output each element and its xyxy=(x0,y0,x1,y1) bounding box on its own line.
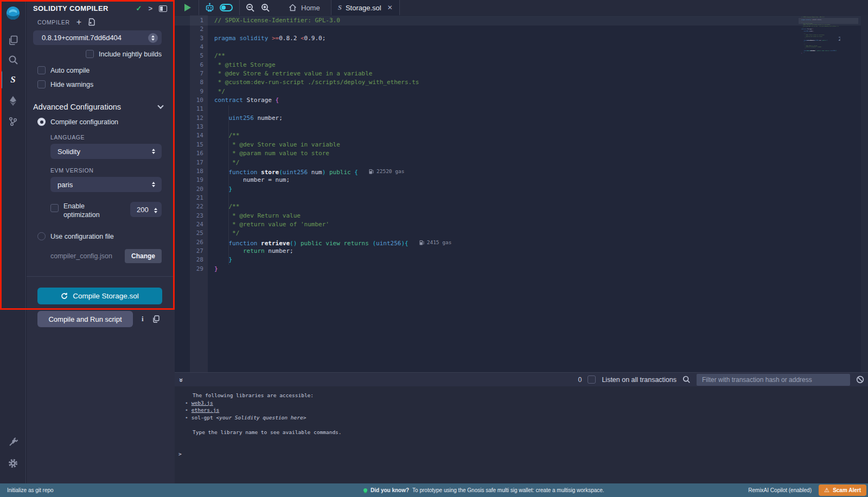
evm-version-select[interactable]: paris xyxy=(50,177,162,192)
code-line: 11 xyxy=(175,105,868,113)
editor-scrollbar[interactable] xyxy=(861,15,868,387)
code-token: 0.9.0; xyxy=(304,35,326,42)
change-config-button[interactable]: Change xyxy=(125,249,162,263)
tip-text: To prototype using the Gnosis safe multi… xyxy=(412,487,604,493)
did-you-know-tip: Did you know? To prototype using the Gno… xyxy=(363,483,604,497)
minimap[interactable]: // SPDX-License-Identifier: GPL-3.0pragm… xyxy=(801,16,840,54)
code-token: 0.9.0; xyxy=(818,19,821,20)
code-token: /** xyxy=(214,52,225,59)
sidebar-item-deploy-run[interactable] xyxy=(0,92,26,110)
tab-home[interactable]: Home xyxy=(278,0,331,15)
compiler-configuration-radio[interactable] xyxy=(37,118,46,126)
runs-stepper-icon[interactable] xyxy=(154,208,157,213)
code-token: } xyxy=(804,52,805,53)
tab-bar: Home S Storage.sol ✕ xyxy=(175,0,868,15)
panel-title: SOLIDITY COMPILER xyxy=(33,4,130,12)
code-line: 18 function store(uint256 num) public {2… xyxy=(175,167,868,176)
collapse-terminal-icon[interactable]: » xyxy=(177,378,186,381)
compile-and-run-button[interactable]: Compile and Run script xyxy=(37,311,133,327)
line-number: 16 xyxy=(175,149,208,158)
status-bar: Initialize as git repo Did you know? To … xyxy=(0,483,868,497)
git-branch-icon xyxy=(8,117,18,126)
sidebar-item-git[interactable] xyxy=(0,113,26,130)
main-area: Home S Storage.sol ✕ 1// SPDX-License-Id… xyxy=(175,0,868,483)
code-line: 1// SPDX-License-Identifier: GPL-3.0 xyxy=(175,16,868,25)
sidebar-item-file-explorer[interactable] xyxy=(0,31,26,49)
code-token xyxy=(214,186,229,193)
auto-compile-checkbox[interactable] xyxy=(37,66,46,74)
copilot-toggle[interactable] xyxy=(220,4,233,11)
nightly-builds-checkbox[interactable] xyxy=(86,50,94,58)
compile-run-row: Compile and Run script i xyxy=(37,311,162,327)
code-line: 9 */ xyxy=(175,87,868,96)
info-icon[interactable]: i xyxy=(142,315,144,323)
terminal-search-button[interactable] xyxy=(682,375,691,384)
clear-console-button[interactable] xyxy=(856,375,864,384)
remix-logo[interactable] xyxy=(0,4,26,23)
code-token xyxy=(268,35,272,42)
code-token: public xyxy=(301,240,322,247)
code-token: // SPDX-License-Identifier: GPL-3.0 xyxy=(801,16,824,17)
gas-estimate: 22520 gas xyxy=(838,39,840,40)
copy-icon[interactable] xyxy=(152,315,159,323)
terminal-output[interactable]: The following libraries are accessible:•… xyxy=(175,386,868,483)
sidebar-item-search[interactable] xyxy=(0,51,26,68)
code-line: 20 } xyxy=(175,185,868,194)
tab-storage-sol[interactable]: S Storage.sol ✕ xyxy=(331,0,400,15)
chevron-right-icon[interactable]: > xyxy=(148,4,152,12)
code-token: */ xyxy=(214,230,239,237)
sidebar-item-settings[interactable] xyxy=(0,455,26,472)
code-token: returns xyxy=(825,50,829,51)
language-select[interactable]: Solidity xyxy=(50,144,162,159)
listen-transactions-checkbox[interactable] xyxy=(588,375,596,384)
line-number: 1 xyxy=(175,16,208,25)
zoom-out-button[interactable] xyxy=(246,3,255,12)
evm-version-label: EVM VERSION xyxy=(50,167,175,174)
terminal-link[interactable]: ethers.js xyxy=(192,407,219,413)
sidebar-item-solidity-compiler[interactable]: S xyxy=(0,71,26,88)
code-line: 22 /** xyxy=(175,202,868,211)
remix-ai-assistant-button[interactable] xyxy=(205,3,215,13)
hide-warnings-checkbox[interactable] xyxy=(37,80,46,88)
run-script-button[interactable] xyxy=(184,4,191,11)
copilot-status[interactable]: RemixAI Copilot (enabled) xyxy=(748,483,812,497)
code-token xyxy=(214,114,229,122)
terminal-prompt[interactable]: > xyxy=(178,450,868,458)
compile-button[interactable]: Compile Storage.sol xyxy=(37,288,162,304)
advanced-configurations-header[interactable]: Advanced Configurations xyxy=(33,103,163,111)
split-view-icon[interactable] xyxy=(159,5,167,12)
git-init-status[interactable]: Initialize as git repo xyxy=(7,483,54,497)
ethereum-icon xyxy=(8,95,18,106)
scam-alert-button[interactable]: ⚠ Scam Alert xyxy=(819,485,866,496)
code-line: 5/** xyxy=(175,52,868,60)
enable-optimization-checkbox[interactable] xyxy=(50,204,59,212)
sidebar-item-plugin-manager[interactable] xyxy=(0,433,26,450)
terminal-text-italic: <your Solidity question here> xyxy=(216,415,307,420)
code-token: retrieve xyxy=(261,240,290,247)
code-token: contract xyxy=(801,28,807,29)
code-token: returns xyxy=(343,240,368,247)
remix-ide: S xyxy=(0,0,868,497)
compiler-version-select[interactable]: 0.8.19+commit.7dd6d404 xyxy=(33,30,162,45)
terminal-link[interactable]: web3.js xyxy=(192,400,213,406)
code-token: // SPDX-License-Identifier: GPL-3.0 xyxy=(214,17,340,24)
use-config-file-radio[interactable] xyxy=(37,232,46,240)
transaction-filter-input[interactable] xyxy=(697,374,850,386)
code-line: 28 } xyxy=(175,256,868,264)
line-number: 3 xyxy=(175,34,208,43)
code-line: 23 * @dev Return value xyxy=(175,212,868,220)
code-token: 0.8.2 xyxy=(813,19,817,20)
zoom-in-icon xyxy=(261,3,270,12)
open-file-icon[interactable] xyxy=(88,18,95,26)
terminal-line: Type the library name to see available c… xyxy=(193,429,868,436)
code-editor[interactable]: 1// SPDX-License-Identifier: GPL-3.023pr… xyxy=(175,15,868,387)
add-compiler-icon[interactable]: + xyxy=(76,20,81,25)
close-tab-icon[interactable]: ✕ xyxy=(387,4,393,11)
zoom-in-button[interactable] xyxy=(261,3,270,12)
code-token: store xyxy=(261,169,279,176)
compile-button-label: Compile Storage.sol xyxy=(73,292,139,300)
gas-estimate: 2415 gas xyxy=(419,238,452,247)
home-tab-label: Home xyxy=(301,4,320,12)
code-line: 24 * @return value of 'number' xyxy=(175,220,868,229)
code-token: ( xyxy=(279,169,283,176)
